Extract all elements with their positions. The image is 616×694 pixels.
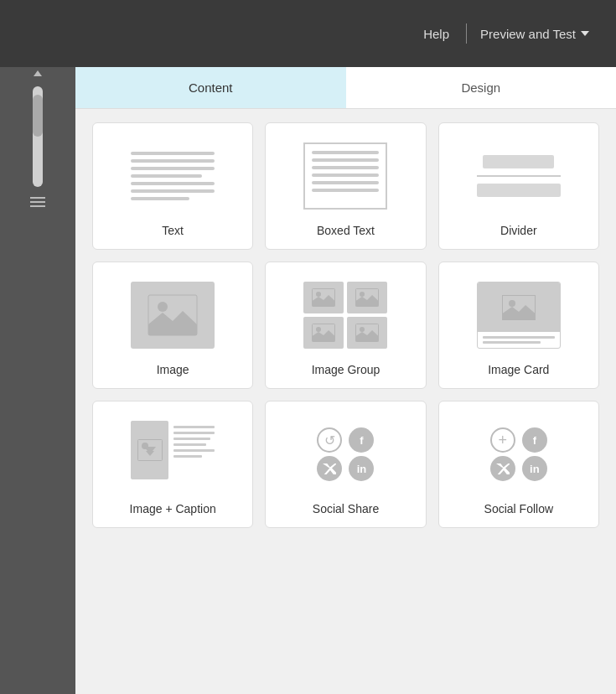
- twitter-icon: [317, 456, 342, 481]
- image-group-icon: [291, 277, 400, 353]
- content-area: Content Design: [75, 67, 616, 694]
- image-card-icon: [464, 277, 573, 353]
- header-divider: [466, 23, 467, 44]
- boxed-text-icon: [291, 138, 400, 214]
- card-image-group[interactable]: Image Group: [265, 262, 426, 389]
- svg-point-3: [316, 292, 321, 297]
- card-social-follow-label: Social Follow: [484, 502, 553, 515]
- svg-point-11: [509, 300, 515, 307]
- svg-point-7: [316, 327, 321, 332]
- card-boxed-text-label: Boxed Text: [317, 224, 375, 237]
- twitter-follow-icon: [490, 456, 515, 481]
- tabs-bar: Content Design: [75, 67, 616, 109]
- card-social-share-label: Social Share: [313, 502, 379, 515]
- card-boxed-text[interactable]: Boxed Text: [265, 122, 426, 250]
- divider-icon: [464, 138, 573, 214]
- linkedin-follow-icon: in: [522, 456, 547, 481]
- social-follow-icon: + f in: [464, 417, 573, 492]
- svg-point-9: [360, 327, 365, 332]
- menu-lines-icon: [30, 197, 45, 207]
- scroll-thumb[interactable]: [33, 95, 43, 137]
- social-share-icon: ↺ f in: [291, 417, 400, 492]
- header: Help Preview and Test: [0, 0, 616, 67]
- card-image-label: Image: [157, 363, 189, 376]
- facebook-follow-icon: f: [522, 427, 547, 453]
- scroll-track: [33, 86, 43, 187]
- scroll-up-arrow[interactable]: [34, 70, 42, 76]
- facebook-icon: f: [349, 427, 374, 453]
- preview-and-test-button[interactable]: Preview and Test: [470, 20, 599, 48]
- preview-and-test-label: Preview and Test: [480, 27, 576, 41]
- card-divider[interactable]: Divider: [438, 122, 599, 250]
- card-image-group-label: Image Group: [312, 363, 380, 376]
- svg-point-1: [158, 302, 168, 312]
- card-image-card-label: Image Card: [488, 363, 549, 376]
- card-image-caption[interactable]: Image + Caption: [92, 401, 253, 528]
- svg-point-5: [360, 292, 365, 297]
- image-caption-icon: [118, 417, 227, 492]
- image-icon: [118, 277, 227, 353]
- cards-grid: Text Boxed Text: [92, 122, 599, 528]
- card-image-card[interactable]: Image Card: [438, 262, 599, 389]
- card-image[interactable]: Image: [92, 262, 253, 389]
- tab-design[interactable]: Design: [346, 67, 617, 108]
- plus-icon: +: [490, 427, 515, 453]
- content-blocks-grid: Text Boxed Text: [75, 109, 616, 541]
- card-social-follow[interactable]: + f in Social Follow: [438, 401, 599, 528]
- chevron-down-icon: [581, 31, 589, 36]
- tab-content[interactable]: Content: [75, 67, 346, 108]
- linkedin-icon: in: [349, 456, 374, 481]
- share-arrow-icon: ↺: [317, 427, 342, 453]
- card-text[interactable]: Text: [92, 122, 253, 250]
- text-icon: [118, 138, 227, 214]
- sidebar: [0, 67, 75, 694]
- help-link[interactable]: Help: [410, 20, 463, 48]
- card-divider-label: Divider: [500, 224, 537, 237]
- card-social-share[interactable]: ↺ f in Social Share: [265, 401, 426, 528]
- main-layout: Content Design: [0, 67, 616, 694]
- card-text-label: Text: [162, 224, 184, 237]
- card-image-caption-label: Image + Caption: [130, 502, 216, 515]
